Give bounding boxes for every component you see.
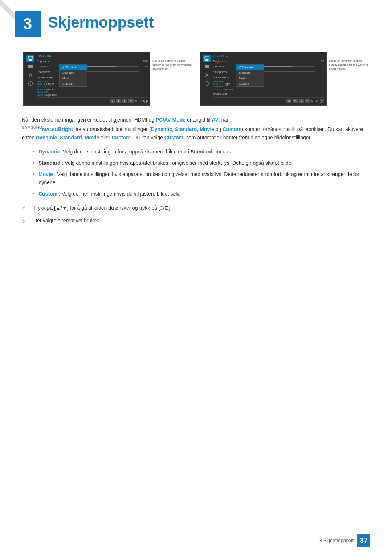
svg-text:i: i [207, 82, 207, 86]
osd-label-brightness-top: Brightness [37, 59, 60, 63]
screenshots-row: i PICTURE Brightness 100 [22, 52, 370, 106]
osd-label-contrast-top: Contrast [37, 65, 60, 68]
osd-icon-display-bottom[interactable] [203, 63, 211, 70]
bullet-dynamic-text: Velg denne innstillingen for å oppnå ska… [63, 149, 191, 155]
osd-label-sharpness-bottom: Sharpness [213, 70, 237, 74]
osd-icon-settings-bottom[interactable] [203, 71, 211, 79]
osd-label-sharpness-top: Sharpness [37, 70, 60, 74]
bullet-list: Dynamic: Velg denne innstillingen for å … [33, 148, 370, 198]
osd-row-contrast-top: Contrast 75 [37, 64, 148, 69]
bullet-dynamic-label: Dynamic: [38, 149, 61, 155]
svg-rect-5 [29, 60, 32, 61]
dd-item-dynamic-bottom[interactable]: ✓Dynamic [236, 65, 264, 70]
nav-up-top[interactable]: ▲ [122, 99, 127, 103]
diagonal-decoration [0, 0, 15, 33]
osd-section-title-bottom: PICTURE [213, 54, 324, 57]
svg-rect-16 [205, 66, 209, 67]
osd-label-gamemode-top: Game Mode [37, 76, 60, 79]
osd-nav-bottom: ◄ ▼ ▲ ↵ AUTO ⏻ [213, 97, 324, 103]
osd-label-contrast-bottom: Contrast [213, 65, 237, 68]
osd-icon-display[interactable] [26, 63, 34, 70]
highlight-movie2: Movie [85, 135, 99, 140]
osd-nav-top: ◄ ▼ ▲ ↵ AUTO ⏻ [37, 97, 148, 103]
intro-text-3: , har [219, 117, 229, 123]
nav-down-bottom[interactable]: ▼ [293, 99, 298, 103]
highlight-av: AV [212, 117, 218, 123]
osd-content-bottom: PICTURE Brightness 100 Contrast 75 [213, 54, 324, 103]
osd-screenshot-bottom: i PICTURE Brightness 100 C [200, 52, 369, 106]
osd-row-magicupscale-top: SAMSUNG MAGICUpscale [37, 91, 148, 96]
osd-row-gamemode-bottom: Game Mode [213, 75, 324, 80]
bullet-custom-label: Custom [38, 191, 57, 197]
dd-item-standard-bottom[interactable]: Standard [236, 70, 264, 75]
osd-icon-settings1[interactable] [26, 71, 34, 79]
highlight-standard2: Standard [60, 135, 82, 140]
nav-left-top[interactable]: ◄ [110, 99, 115, 103]
bullet-item-standard: Standard : Velg denne innstillingen hvis… [33, 159, 370, 167]
osd-label-imagesize-bottom: Image Size [213, 92, 237, 95]
step-5-text: Det valgte alternativet brukes. [33, 217, 101, 225]
osd-row-magicangle-top: SAMSUNG MAGICAngle [37, 86, 148, 91]
osd-row-magicbright-top: SAMSUNG MAGICBright [37, 80, 148, 85]
page-title: Skjermoppsett [48, 11, 154, 31]
intro-text-6: . Du kan velge [131, 135, 164, 140]
step-4-text: Trykk på [▲/▼] for å gå til kilden du øn… [33, 204, 172, 212]
nav-down-top[interactable]: ▼ [116, 99, 121, 103]
osd-side-note-bottom: Set to an optimum picture quality suitab… [329, 52, 369, 71]
step-5: 5 Det valgte alternativet brukes. [22, 217, 370, 226]
bullet-item-movie: Movie : Velg denne innstillingen hvis ap… [33, 170, 370, 187]
intro-paragraph: Når den eksterne inngangen er koblet til… [22, 116, 370, 142]
osd-icon-picture[interactable] [26, 55, 34, 62]
dd-item-dynamic-top[interactable]: ✓Dynamic [60, 65, 87, 70]
osd-label-gamemode-bottom: Game Mode [213, 76, 237, 79]
og: og [214, 126, 222, 132]
dd-item-movie-top[interactable]: Movie [60, 75, 87, 81]
osd-icon-info[interactable]: i [26, 80, 34, 87]
dd-item-movie-bottom[interactable]: Movie [236, 75, 264, 81]
svg-rect-17 [205, 67, 209, 68]
osd-value-contrast-top: 75 [140, 65, 148, 68]
osd-row-brightness-top: Brightness 100 [37, 58, 148, 63]
intro-text-4: fire automatiske bildeinnstillinger ( [73, 126, 151, 132]
svg-point-18 [206, 74, 208, 76]
osd-row-gamemode-top: Game Mode [37, 75, 148, 80]
nav-power-top[interactable]: ⏻ [143, 99, 148, 103]
osd-value-brightness-top: 100 [140, 59, 148, 63]
highlight-pcav: PC/AV Mode [156, 117, 185, 123]
osd-value-brightness-bottom: 100 [317, 59, 324, 63]
osd-icons-top: i [26, 54, 35, 88]
osd-menu-bottom: i PICTURE Brightness 100 C [200, 52, 327, 106]
osd-row-magicbright-bottom: SAMSUNG MAGICBright [213, 80, 324, 85]
osd-label-magicbright-top: SAMSUNG MAGICBright [37, 80, 60, 86]
svg-rect-12 [205, 56, 209, 59]
osd-content-top: PICTURE Brightness 100 Contrast [37, 54, 148, 103]
intro-text-1: Når den eksterne inngangen er koblet til… [22, 117, 156, 123]
comma4: , [82, 135, 85, 140]
dd-item-standard-top[interactable]: Standard [60, 70, 87, 75]
bullet-movie-text: : Velg denne innstillingen hvis apparate… [38, 171, 359, 185]
nav-up-bottom[interactable]: ▲ [299, 99, 304, 103]
bullet-item-custom: Custom : Velg denne innstillingen hvis d… [33, 190, 370, 198]
osd-menu-top: i PICTURE Brightness 100 [23, 52, 150, 106]
page-footer: 3 Skjermoppsett 37 [319, 534, 370, 547]
highlight-dynamic1: Dynamic [151, 126, 172, 132]
svg-rect-6 [28, 65, 33, 66]
highlight-custom2: Custom [111, 135, 130, 140]
osd-icon-info-bottom[interactable]: i [203, 80, 211, 87]
dd-item-custom-bottom[interactable]: Custom [236, 81, 264, 86]
nav-power-bottom[interactable]: ⏻ [320, 99, 324, 103]
osd-icon-picture-bottom[interactable] [203, 55, 211, 62]
svg-point-9 [30, 74, 32, 76]
dd-item-custom-top[interactable]: Custom [60, 81, 87, 86]
nav-left-bottom[interactable]: ◄ [286, 99, 291, 103]
bullet-standard-text: : Velg denne innstillingen hvis apparate… [62, 160, 293, 166]
osd-label-magicupscale-top: SAMSUNG MAGICUpscale [37, 91, 60, 97]
svg-text:i: i [30, 82, 31, 86]
osd-slider-brightness-bottom [238, 61, 315, 61]
nav-enter-top[interactable]: ↵ [128, 99, 134, 103]
nav-auto-top: AUTO [135, 100, 142, 102]
nav-enter-bottom[interactable]: ↵ [305, 99, 310, 103]
highlight-dynamic2: Dynamic [36, 135, 57, 140]
chapter-number: 3 [15, 11, 41, 37]
page-header: 3 Skjermoppsett [0, 0, 392, 44]
